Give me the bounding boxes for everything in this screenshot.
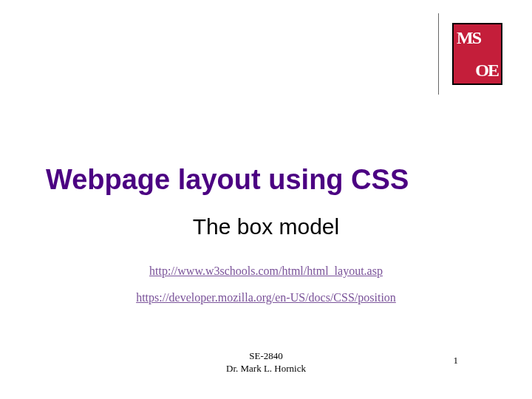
link-w3schools[interactable]: http://www.w3schools.com/html/html_layou… [0, 265, 532, 278]
logo-text-top: MS [457, 29, 480, 47]
slide-subtitle: The box model [0, 214, 532, 239]
footer-author: Dr. Mark L. Hornick [0, 363, 532, 375]
page-number: 1 [454, 355, 459, 366]
logo-text-bottom: OE [475, 61, 498, 79]
footer-course: SE-2840 [0, 350, 532, 363]
logo-area: MS OE [438, 13, 502, 95]
link-mdn[interactable]: https://developer.mozilla.org/en-US/docs… [0, 291, 532, 304]
logo-divider [438, 13, 439, 95]
footer-info: SE-2840 Dr. Mark L. Hornick [0, 350, 532, 375]
msoe-logo: MS OE [452, 23, 502, 85]
reference-links: http://www.w3schools.com/html/html_layou… [0, 259, 532, 318]
slide-title: Webpage layout using CSS [46, 164, 409, 196]
